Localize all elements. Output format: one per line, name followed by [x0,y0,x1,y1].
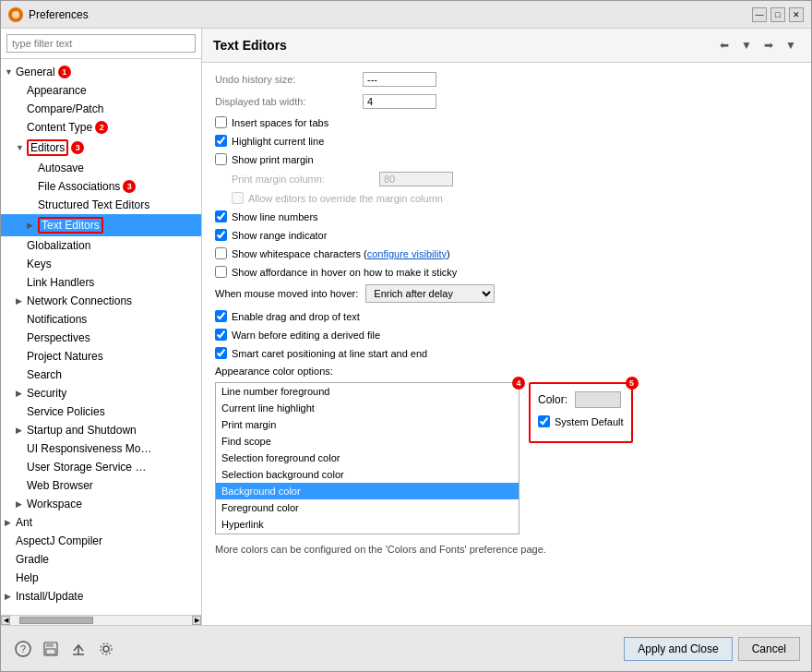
warn-derived-checkbox[interactable] [215,329,227,341]
show-affordance-label: Show affordance in hover on how to make … [232,267,457,278]
enable-drag-drop-checkbox[interactable] [215,310,227,322]
show-whitespace-checkbox[interactable] [215,247,227,259]
sidebar-item-security[interactable]: ▶ Security [1,384,201,402]
nav-dropdown-button[interactable]: ▼ [737,36,756,54]
color-list-wrapper: 4 Line number foreground Current line hi… [215,382,519,534]
apply-close-button[interactable]: Apply and Close [624,637,732,661]
expand-arrow-general: ▼ [5,67,16,77]
filter-input[interactable] [6,34,196,53]
sidebar-label-startup: Startup and Shutdown [27,424,137,437]
show-range-indicator-checkbox[interactable] [215,229,227,241]
highlight-line-row: Highlight current line [215,135,798,147]
nav-forward-button[interactable]: ➡ [759,36,778,54]
color-item-current-line-highlight[interactable]: Current line highlight [216,400,519,416]
sidebar-item-network-connections[interactable]: ▶ Network Connections [1,292,201,310]
sidebar-item-workspace[interactable]: ▶ Workspace [1,495,201,513]
sidebar-item-perspectives[interactable]: Perspectives [1,329,201,347]
sidebar-item-notifications[interactable]: Notifications [1,310,201,329]
configure-visibility-link[interactable]: configure visibility [367,248,447,259]
undo-history-input[interactable] [363,72,436,87]
help-icon-button[interactable]: ? [12,638,34,660]
expand-arrow-network: ▶ [16,296,27,306]
sidebar-item-editors[interactable]: ▼ Editors 3 [1,137,201,159]
highlight-line-checkbox[interactable] [215,135,227,147]
sidebar-label-text-editors: Text Editors [42,219,100,232]
color-item-selection-fg[interactable]: Selection foreground color [216,450,519,466]
color-item-hyperlink[interactable]: Hyperlink [216,516,519,533]
sidebar-label-web-browser: Web Browser [27,479,93,492]
sidebar-item-ant[interactable]: ▶ Ant [1,513,201,532]
settings-icon-button[interactable] [95,638,117,660]
warn-derived-row: Warn before editing a derived file [215,329,798,341]
color-item-foreground-color[interactable]: Foreground color [216,499,519,516]
sidebar-item-link-handlers[interactable]: Link Handlers [1,273,201,292]
sidebar-hscroll-thumb[interactable] [19,617,93,624]
sidebar-label-network: Network Connections [27,294,132,307]
hover-select[interactable]: Enrich after delay Enrich immediately Ne… [365,284,495,303]
sidebar-scrollbar-area: ◀ ▶ [1,615,201,625]
color-item-selection-bg[interactable]: Selection background color [216,466,519,483]
sidebar-item-search[interactable]: Search [1,366,201,384]
show-affordance-checkbox[interactable] [215,266,227,278]
color-item-line-number-fg[interactable]: Line number foreground [216,383,519,400]
sidebar-item-appearance[interactable]: Appearance [1,81,201,100]
color-item-print-margin[interactable]: Print margin [216,416,519,433]
save-icon-button[interactable] [40,638,62,660]
window-title: Preferences [29,8,89,21]
minimize-button[interactable]: — [752,7,767,22]
sidebar-item-web-browser[interactable]: Web Browser [1,476,201,495]
show-print-margin-checkbox[interactable] [215,153,227,165]
svg-rect-4 [46,642,54,647]
show-line-numbers-checkbox[interactable] [215,210,227,222]
color-item-find-scope[interactable]: Find scope [216,433,519,450]
expand-arrow-startup: ▶ [16,426,27,435]
sidebar-item-keys[interactable]: Keys [1,255,201,273]
tree-area[interactable]: ▼ General 1 Appearance C [1,59,201,615]
tab-width-input[interactable] [363,94,436,109]
sidebar-item-aspectj[interactable]: AspectJ Compiler [1,532,201,550]
sidebar-item-general[interactable]: ▼ General 1 [1,63,201,81]
sidebar-item-install-update[interactable]: ▶ Install/Update [1,587,201,606]
sidebar-item-ui-responsiveness[interactable]: UI Responsiveness Monit… [1,439,201,458]
insert-spaces-label: Insert spaces for tabs [232,117,328,128]
sidebar-item-project-natures[interactable]: Project Natures [1,347,201,366]
sidebar-item-text-editors[interactable]: ▶ Text Editors [1,214,201,236]
sidebar-item-compare-patch[interactable]: Compare/Patch [1,100,201,118]
title-bar-left: Preferences [8,7,89,22]
sidebar-hscroll-track[interactable] [10,616,192,625]
sidebar-item-service-policies[interactable]: Service Policies [1,402,201,421]
sidebar-item-gradle[interactable]: Gradle [1,550,201,569]
hscroll-left-arrow[interactable]: ◀ [1,616,10,625]
sidebar-item-startup-shutdown[interactable]: ▶ Startup and Shutdown [1,421,201,439]
sidebar-item-structured[interactable]: Structured Text Editors [1,196,201,214]
export-icon-button[interactable] [67,638,90,660]
sidebar-item-help[interactable]: Help [1,569,201,587]
hover-row: When mouse moved into hover: Enrich afte… [215,284,798,303]
main-panel: Text Editors ⬅ ▼ ➡ ▼ Undo history size: … [202,29,811,625]
sidebar-label-autosave: Autosave [38,162,84,174]
hscroll-right-arrow[interactable]: ▶ [192,616,201,625]
close-button[interactable]: ✕ [789,7,804,22]
nav-back-button[interactable]: ⬅ [715,36,734,54]
sidebar-item-globalization[interactable]: Globalization [1,236,201,255]
color-list[interactable]: Line number foreground Current line high… [215,382,519,534]
nav-menu-button[interactable]: ▼ [782,36,800,54]
allow-override-row: Allow editors to override the margin col… [215,192,798,204]
sidebar-item-content-type[interactable]: Content Type 2 [1,118,201,137]
system-default-checkbox[interactable] [538,415,550,427]
svg-text:?: ? [20,643,26,654]
sidebar-item-user-storage[interactable]: User Storage Service … [1,458,201,476]
color-item-background-color[interactable]: Background color [216,483,519,499]
expand-arrow-editors: ▼ [16,143,27,152]
color-swatch[interactable] [575,391,621,408]
sidebar-label-keys: Keys [27,258,52,270]
sidebar-item-autosave[interactable]: Autosave [1,159,201,177]
cancel-button[interactable]: Cancel [738,637,800,661]
smart-caret-checkbox[interactable] [215,347,227,359]
highlight-line-label: Highlight current line [232,136,324,147]
maximize-button[interactable]: □ [770,7,785,22]
insert-spaces-checkbox[interactable] [215,116,227,128]
color-options-wrapper: 5 Color: System Default [529,382,633,534]
sidebar-label-perspectives: Perspectives [27,331,90,344]
sidebar-item-file-associations[interactable]: File Associations 3 [1,177,201,196]
